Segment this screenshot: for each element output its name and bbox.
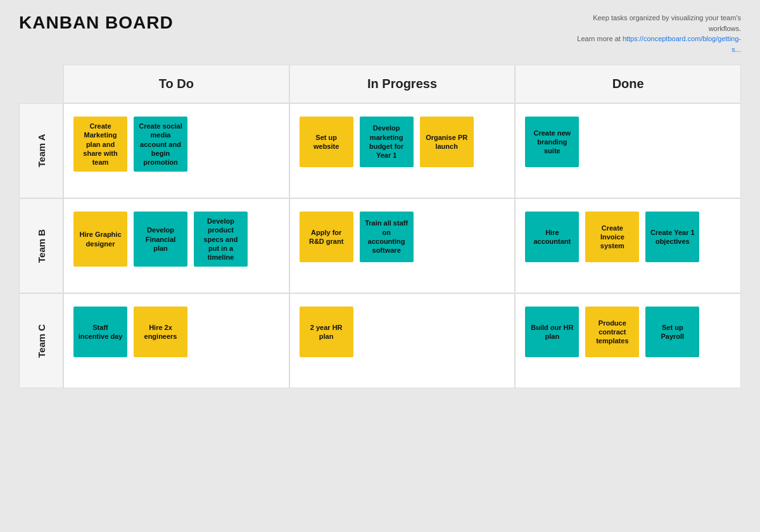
cell-team-b-inprogress: Apply for R&D grant Train all staff on a… (289, 198, 516, 293)
row-label-team-b: Team B (19, 198, 63, 293)
note-link[interactable]: https://conceptboard.com/blog/getting-s.… (623, 35, 741, 53)
kanban-board: To Do In Progress Done Team A Create Mar… (19, 65, 741, 388)
cell-team-c-done: Build our HR plan Produce contract templ… (515, 293, 741, 388)
card[interactable]: Apply for R&D grant (300, 212, 353, 262)
card[interactable]: Set up website (300, 117, 353, 167)
col-header-todo: To Do (63, 65, 289, 103)
cell-team-a-inprogress: Set up website Develop marketing budget … (289, 103, 516, 198)
col-header-inprogress: In Progress (289, 65, 516, 103)
card[interactable]: Hire accountant (525, 212, 579, 262)
card[interactable]: Create Invoice system (585, 212, 639, 262)
cell-team-c-todo: Staff incentive day Hire 2x engineers (63, 293, 289, 388)
row-label-team-a: Team A (19, 103, 63, 198)
card[interactable]: Train all staff on accounting software (360, 212, 414, 262)
card[interactable]: Develop marketing budget for Year 1 (360, 117, 414, 167)
page-header: KANBAN BOARD Keep tasks organized by vis… (19, 13, 741, 54)
cell-team-b-done: Hire accountant Create Invoice system Cr… (515, 198, 741, 293)
note-text-line2: Learn more at (577, 35, 623, 42)
card[interactable]: Hire Graphic designer (73, 212, 127, 267)
card[interactable]: Set up Payroll (645, 307, 699, 357)
cell-team-c-inprogress: 2 year HR plan (289, 293, 516, 388)
card[interactable]: Hire 2x engineers (134, 307, 187, 357)
card[interactable]: Develop product specs and put in a timel… (194, 212, 248, 267)
card[interactable]: Organise PR launch (420, 117, 474, 167)
card[interactable]: 2 year HR plan (300, 307, 353, 357)
row-label-team-c: Team C (19, 293, 63, 388)
cell-team-a-done: Create new branding suite (515, 103, 741, 198)
card[interactable]: Create Year 1 objectives (645, 212, 699, 262)
col-header-done: Done (515, 65, 741, 103)
cell-team-a-todo: Create Marketing plan and share with tea… (63, 103, 289, 198)
card[interactable]: Create new branding suite (525, 117, 579, 167)
card[interactable]: Create social media account and begin pr… (134, 117, 187, 172)
card[interactable]: Create Marketing plan and share with tea… (73, 117, 127, 172)
cell-team-b-todo: Hire Graphic designer Develop Financial … (63, 198, 289, 293)
note-text-line1: Keep tasks organized by visualizing your… (593, 14, 741, 32)
corner-cell (19, 65, 63, 103)
card[interactable]: Develop Financial plan (134, 212, 187, 267)
card[interactable]: Build our HR plan (525, 307, 579, 357)
card[interactable]: Staff incentive day (73, 307, 127, 357)
card[interactable]: Produce contract templates (585, 307, 639, 357)
header-note: Keep tasks organized by visualizing your… (576, 13, 741, 54)
board-title: KANBAN BOARD (19, 13, 174, 33)
